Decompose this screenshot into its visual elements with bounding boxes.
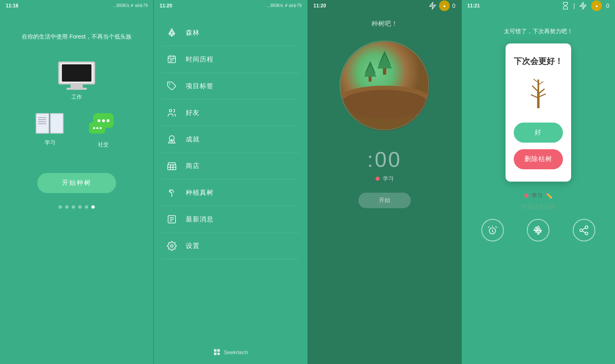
share-button[interactable] <box>573 219 595 241</box>
menu-item-shop[interactable]: 商店 <box>162 153 299 180</box>
top-message: 太可惜了，下次再努力吧！ <box>504 28 573 35</box>
category-row-2: 学习 社交 <box>36 113 118 148</box>
social-category[interactable]: 社交 <box>89 113 118 148</box>
separator: | <box>574 2 575 9</box>
study-label: 学习 <box>45 139 55 146</box>
menu-label-news: 最新消息 <box>186 215 214 224</box>
book-page-2 <box>50 113 64 134</box>
friends-icon <box>166 107 178 118</box>
dot-4 <box>78 205 82 209</box>
monitor-inner <box>62 64 91 82</box>
start-plant-button[interactable]: 开始种树 <box>37 173 116 193</box>
svg-point-52 <box>585 226 588 229</box>
monitor-base <box>66 88 87 90</box>
svg-point-53 <box>580 229 583 232</box>
edit-tag-icon[interactable]: ✏️ <box>546 193 552 199</box>
status-right-1: ...893K/s ✗ ail令79 <box>113 3 148 9</box>
bottom-actions-row <box>462 219 615 241</box>
delete-tree-button[interactable]: 删除枯树 <box>514 149 563 169</box>
timer-display: :00 <box>367 147 401 172</box>
status-bar-1: 11:18 ...893K/s ✗ ail令79 <box>0 0 153 11</box>
study-icon <box>36 113 64 136</box>
p3-start-button[interactable]: 开始 <box>358 193 411 208</box>
category-icons: 工作 学习 <box>36 61 118 148</box>
planet-svg <box>339 41 430 131</box>
work-icon <box>58 61 95 90</box>
panel-home: 11:18 ...893K/s ✗ ail令79 在你的生活中使用 Forest… <box>0 0 153 364</box>
coin-badge-3: ● 0 <box>428 0 456 11</box>
news-icon <box>166 214 178 225</box>
status-bar-4: 11:21 | ● 0 <box>462 0 615 11</box>
svg-marker-25 <box>429 2 435 9</box>
menu-item-achievements[interactable]: 成就 <box>162 126 299 153</box>
alarm-button[interactable] <box>481 219 504 241</box>
social-label: 社交 <box>98 141 109 148</box>
hourglass-icon <box>561 2 569 10</box>
svg-line-55 <box>583 231 585 232</box>
menu-item-settings[interactable]: 设置 <box>162 233 299 259</box>
monitor-stand <box>71 84 83 88</box>
svg-point-10 <box>169 109 172 112</box>
tags-icon <box>166 80 178 92</box>
forest-button[interactable] <box>527 219 549 241</box>
status-bar-3: 11:20 ● 0 <box>308 0 461 11</box>
svg-rect-21 <box>214 349 216 352</box>
p3-tag-row: 学习 <box>376 175 394 182</box>
p4-header-right: | ● 0 <box>561 0 609 11</box>
settings-icon <box>166 240 178 252</box>
social-icon <box>89 113 118 138</box>
menu-item-forest[interactable]: 森林 <box>162 20 299 46</box>
menu-item-news[interactable]: 最新消息 <box>162 206 299 233</box>
coin-count-4: 0 <box>606 2 609 9</box>
work-category[interactable]: 工作 <box>58 61 95 101</box>
coin-count-3: 0 <box>452 2 456 9</box>
status-time-3: 11:20 <box>314 3 326 9</box>
menu-label-achievements: 成就 <box>186 135 200 144</box>
status-time-4: 11:21 <box>467 3 480 9</box>
menu-item-timeline[interactable]: 时间历程 <box>162 46 299 73</box>
wechat-dot-3 <box>107 119 109 122</box>
result-tag-dot <box>524 193 528 198</box>
menu-label-timeline: 时间历程 <box>186 55 214 64</box>
dot-3 <box>72 205 75 209</box>
result-tag-label: 学习 <box>532 192 542 199</box>
wechat-dot-5 <box>96 127 98 129</box>
menu-label-tags: 项目标签 <box>186 82 214 91</box>
dialog-title: 下次会更好！ <box>514 56 563 67</box>
work-label: 工作 <box>71 93 82 101</box>
wither-reason-link[interactable]: 查看枯萎原因 <box>521 203 556 211</box>
status-right-2: ...893K/s ✗ ail令79 <box>267 3 301 9</box>
svg-point-54 <box>585 232 588 235</box>
menu-item-plant-real[interactable]: 种植真树 <box>162 180 299 206</box>
brand-name: Seekrtech <box>224 349 248 355</box>
svg-rect-33 <box>369 77 371 82</box>
svg-marker-37 <box>580 2 586 9</box>
coin-circle-4: ● <box>591 0 602 11</box>
menu-label-shop: 商店 <box>186 162 200 171</box>
coin-circle-3: ● <box>439 0 450 11</box>
svg-rect-50 <box>538 232 539 234</box>
monitor-screen <box>58 61 95 84</box>
status-time-2: 11:20 <box>159 3 172 9</box>
ok-button[interactable]: 好 <box>514 123 563 143</box>
panel-timer: 11:20 ● 0 种树吧！ <box>308 0 461 364</box>
plant-real-icon <box>166 187 178 198</box>
planet-visual <box>339 41 430 131</box>
svg-rect-38 <box>537 92 540 108</box>
dead-tree-icon <box>526 77 551 112</box>
menu-item-tags[interactable]: 项目标签 <box>162 73 299 100</box>
p3-subtitle: 种树吧！ <box>371 20 398 28</box>
menu-label-forest: 森林 <box>186 29 200 37</box>
menu-item-friends[interactable]: 好友 <box>162 100 299 126</box>
svg-line-40 <box>538 89 544 94</box>
bolt-icon-4 <box>579 2 587 10</box>
p3-tag-label: 学习 <box>383 175 394 182</box>
study-category[interactable]: 学习 <box>36 113 64 148</box>
wechat-dot-4 <box>93 127 95 129</box>
svg-line-56 <box>583 228 585 230</box>
panel-menu: 11:20 ...893K/s ✗ ail令79 森林 <box>154 0 307 364</box>
svg-point-20 <box>171 245 173 247</box>
svg-rect-23 <box>214 353 216 355</box>
p3-tag-dot <box>376 177 380 181</box>
svg-rect-22 <box>217 349 220 352</box>
